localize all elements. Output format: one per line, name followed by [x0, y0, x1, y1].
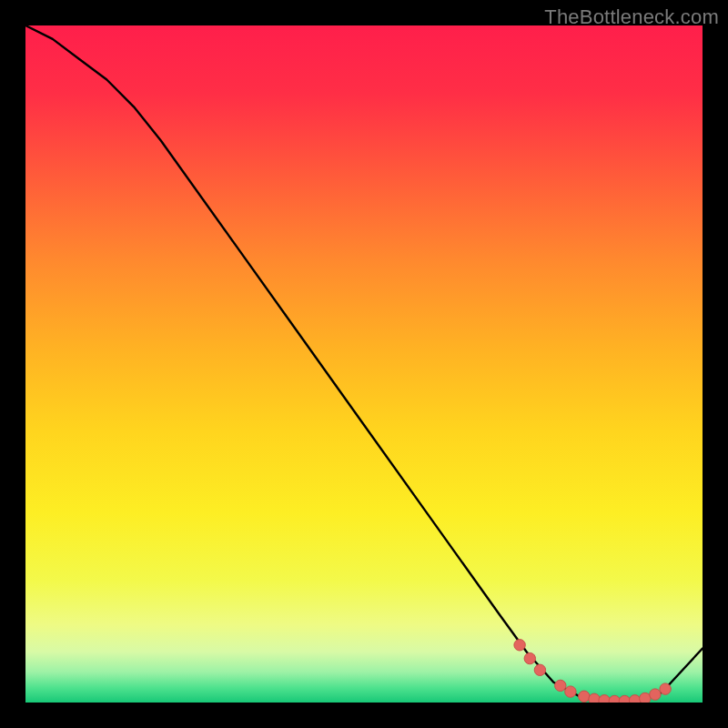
data-marker [660, 683, 671, 694]
data-marker [640, 693, 651, 703]
data-marker [609, 695, 620, 703]
gradient-background [25, 25, 703, 703]
bottleneck-chart [25, 25, 703, 703]
data-marker [565, 686, 576, 697]
data-marker [555, 680, 566, 691]
data-marker [629, 695, 640, 703]
watermark-text: TheBottleneck.com [544, 5, 719, 29]
data-marker [619, 695, 630, 703]
data-marker [579, 691, 590, 702]
data-marker [650, 689, 661, 700]
data-marker [524, 652, 535, 663]
data-marker [514, 640, 525, 651]
plot-area [25, 25, 703, 703]
data-marker [534, 664, 545, 675]
data-marker [599, 695, 610, 703]
data-marker [589, 693, 600, 703]
chart-frame: TheBottleneck.com [0, 0, 728, 728]
